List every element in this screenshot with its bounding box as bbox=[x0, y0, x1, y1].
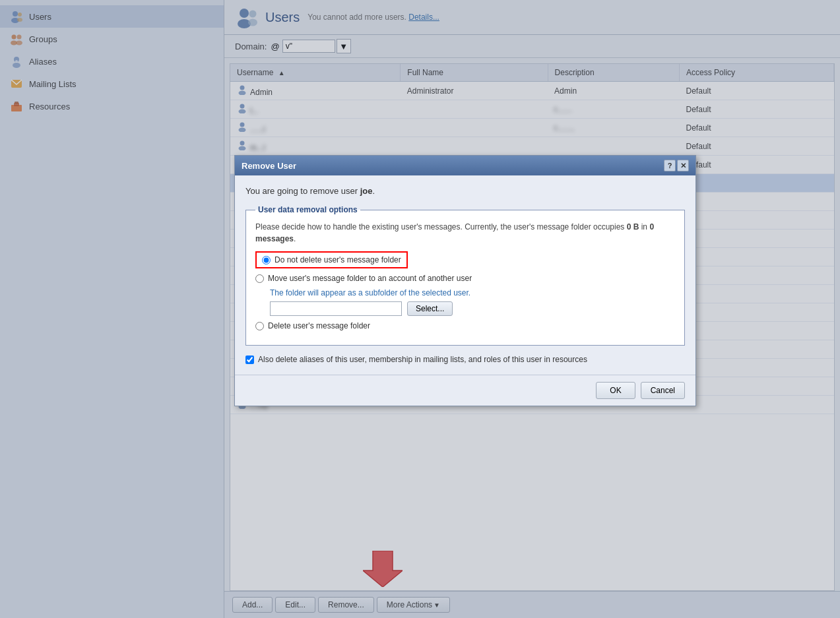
no-delete-radio[interactable] bbox=[262, 256, 271, 264]
no-delete-highlighted: Do not delete user's message folder bbox=[255, 251, 408, 268]
subfolder-note: The folder will appear as a subfolder of… bbox=[270, 288, 675, 297]
option-move[interactable]: Move user's message folder to an account… bbox=[255, 274, 675, 283]
also-delete-row: Also delete aliases of this user, member… bbox=[245, 355, 685, 364]
modal-header: Remove User ? ✕ bbox=[235, 156, 695, 175]
target-username: joe bbox=[360, 186, 373, 196]
delete-label[interactable]: Delete user's message folder bbox=[268, 321, 370, 330]
modal-overlay: Remove User ? ✕ You are going to remove … bbox=[0, 0, 840, 618]
modal-title: Remove User bbox=[242, 161, 296, 171]
modal-header-buttons: ? ✕ bbox=[664, 160, 689, 171]
also-delete-checkbox[interactable] bbox=[245, 355, 254, 364]
select-user-input[interactable] bbox=[270, 301, 402, 316]
option-delete[interactable]: Delete user's message folder bbox=[255, 321, 675, 330]
user-data-removal-fieldset: User data removal options Please decide … bbox=[245, 205, 685, 346]
modal-footer: OK Cancel bbox=[235, 375, 695, 406]
option-no-delete[interactable]: Do not delete user's message folder bbox=[255, 251, 675, 268]
select-user-row: Select... bbox=[270, 301, 675, 316]
move-label[interactable]: Move user's message folder to an account… bbox=[268, 274, 472, 283]
size-value: 0 B bbox=[627, 222, 639, 232]
modal-body: You are going to remove user joe. User d… bbox=[235, 175, 695, 375]
modal-close-button[interactable]: ✕ bbox=[677, 160, 689, 171]
ok-button[interactable]: OK bbox=[596, 382, 635, 399]
delete-radio[interactable] bbox=[255, 322, 264, 330]
remove-user-modal: Remove User ? ✕ You are going to remove … bbox=[234, 155, 696, 406]
also-delete-label: Also delete aliases of this user, member… bbox=[258, 355, 587, 364]
modal-intro: You are going to remove user joe. bbox=[245, 186, 685, 196]
fieldset-description: Please decide how to handle the existing… bbox=[255, 221, 675, 245]
select-user-button[interactable]: Select... bbox=[407, 301, 453, 316]
cancel-button[interactable]: Cancel bbox=[641, 382, 685, 399]
move-radio[interactable] bbox=[255, 274, 264, 283]
no-delete-label[interactable]: Do not delete user's message folder bbox=[275, 255, 401, 264]
fieldset-legend: User data removal options bbox=[255, 205, 360, 214]
modal-help-button[interactable]: ? bbox=[664, 160, 676, 171]
